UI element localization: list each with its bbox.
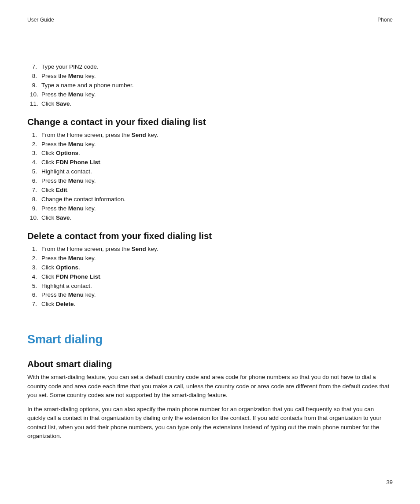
list-item-text: Press the Menu key.	[41, 140, 393, 149]
list-item: 8.Press the Menu key.	[30, 72, 393, 81]
list-item-text: Click Save.	[41, 99, 393, 109]
list-item: 2.Press the Menu key.	[30, 140, 393, 149]
list-item: 7.Click Edit.	[30, 186, 393, 195]
list-item: 6.Press the Menu key.	[30, 291, 393, 300]
list-item-text: Click FDN Phone List.	[41, 158, 393, 167]
list-item: 7.Type your PIN2 code.	[30, 63, 393, 72]
list-item-text: Click Options.	[41, 149, 393, 158]
list-item: 5.Highlight a contact.	[30, 167, 393, 177]
list-item-text: Click Save.	[41, 213, 393, 223]
heading-delete-contact: Delete a contact from your fixed dialing…	[27, 231, 393, 241]
paragraph: In the smart-dialing options, you can al…	[27, 405, 393, 441]
list-item: 6.Press the Menu key.	[30, 177, 393, 186]
list-item: 2.Press the Menu key.	[30, 254, 393, 263]
list-item-number: 3.	[30, 149, 41, 158]
header-right: Phone	[377, 17, 393, 23]
list-item-number: 10.	[30, 90, 41, 99]
list-item: 4.Click FDN Phone List.	[30, 158, 393, 167]
list-item: 9.Type a name and a phone number.	[30, 81, 393, 90]
header-left: User Guide	[27, 17, 54, 23]
list-item-number: 8.	[30, 72, 41, 81]
list-item-number: 3.	[30, 263, 41, 272]
list-item: 9.Press the Menu key.	[30, 204, 393, 213]
ordered-list-2: 1.From the Home screen, press the Send k…	[30, 131, 393, 223]
list-item-number: 10.	[30, 213, 41, 223]
list-item: 4.Click FDN Phone List.	[30, 272, 393, 282]
list-item-number: 5.	[30, 167, 41, 177]
list-item-text: Press the Menu key.	[41, 177, 393, 186]
list-item-text: Click Delete.	[41, 300, 393, 309]
list-item: 3.Click Options.	[30, 263, 393, 272]
ordered-list-1: 7.Type your PIN2 code.8.Press the Menu k…	[30, 63, 393, 109]
list-item-text: Press the Menu key.	[41, 72, 393, 81]
list-item: 7.Click Delete.	[30, 300, 393, 309]
page-header: User Guide Phone	[27, 17, 393, 23]
list-item-number: 7.	[30, 300, 41, 309]
list-item-number: 1.	[30, 245, 41, 254]
list-item-text: Type a name and a phone number.	[41, 81, 393, 90]
list-item-text: Press the Menu key.	[41, 291, 393, 300]
list-item: 1.From the Home screen, press the Send k…	[30, 131, 393, 140]
paragraph: With the smart-dialing feature, you can …	[27, 373, 393, 400]
list-item-number: 9.	[30, 204, 41, 213]
list-item-text: Highlight a contact.	[41, 167, 393, 177]
list-item-number: 11.	[30, 99, 41, 109]
list-item-number: 5.	[30, 282, 41, 291]
list-item-text: Press the Menu key.	[41, 254, 393, 263]
list-item-number: 7.	[30, 63, 41, 72]
list-item-text: From the Home screen, press the Send key…	[41, 245, 393, 254]
section-heading-smart-dialing: Smart dialing	[27, 333, 393, 346]
list-item-text: Highlight a contact.	[41, 282, 393, 291]
heading-change-contact: Change a contact in your fixed dialing l…	[27, 117, 393, 127]
list-item-number: 8.	[30, 195, 41, 204]
list-item: 1.From the Home screen, press the Send k…	[30, 245, 393, 254]
list-item-text: From the Home screen, press the Send key…	[41, 131, 393, 140]
list-item-text: Type your PIN2 code.	[41, 63, 393, 72]
list-item-number: 4.	[30, 272, 41, 282]
list-item: 5.Highlight a contact.	[30, 282, 393, 291]
list-item-text: Click Edit.	[41, 186, 393, 195]
page-number: 39	[387, 479, 393, 486]
list-item: 10.Click Save.	[30, 213, 393, 223]
list-item-number: 7.	[30, 186, 41, 195]
list-item-number: 9.	[30, 81, 41, 90]
list-item-text: Change the contact information.	[41, 195, 393, 204]
ordered-list-3: 1.From the Home screen, press the Send k…	[30, 245, 393, 309]
list-item-number: 6.	[30, 177, 41, 186]
list-item-text: Press the Menu key.	[41, 90, 393, 99]
list-item-text: Click Options.	[41, 263, 393, 272]
list-item-number: 1.	[30, 131, 41, 140]
list-item: 8.Change the contact information.	[30, 195, 393, 204]
list-item: 3.Click Options.	[30, 149, 393, 158]
list-item-text: Click FDN Phone List.	[41, 272, 393, 282]
list-item: 11.Click Save.	[30, 99, 393, 109]
list-item-number: 2.	[30, 254, 41, 263]
list-item-number: 4.	[30, 158, 41, 167]
list-item-number: 6.	[30, 291, 41, 300]
heading-about-smart-dialing: About smart dialing	[27, 359, 393, 369]
list-item-text: Press the Menu key.	[41, 204, 393, 213]
list-item-number: 2.	[30, 140, 41, 149]
list-item: 10.Press the Menu key.	[30, 90, 393, 99]
